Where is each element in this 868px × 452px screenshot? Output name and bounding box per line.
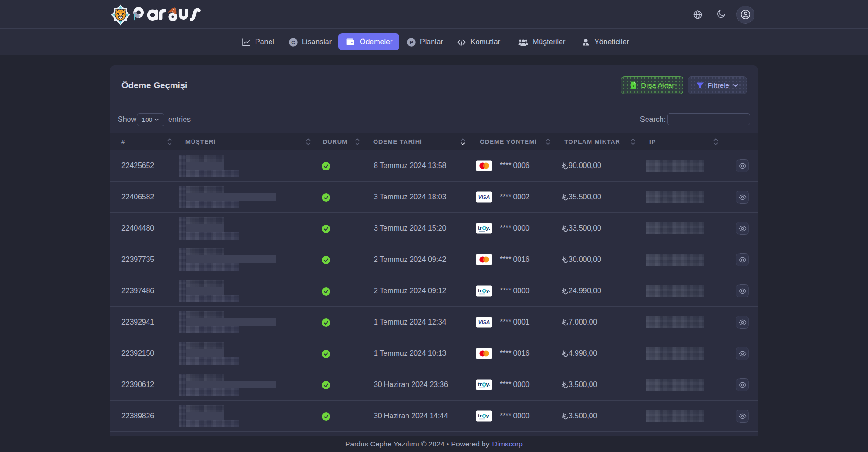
svg-text:y.: y. — [486, 225, 490, 231]
svg-text:tr: tr — [478, 381, 482, 387]
svg-text:C: C — [291, 39, 295, 45]
svg-text:y.: y. — [486, 288, 490, 293]
svg-text:y.: y. — [486, 381, 490, 387]
svg-text:y.: y. — [486, 413, 490, 418]
svg-text:tr: tr — [478, 288, 482, 293]
svg-text:tr: tr — [478, 225, 482, 231]
svg-text:P: P — [410, 39, 413, 45]
svg-text:VISA: VISA — [478, 194, 490, 200]
svg-text:VISA: VISA — [478, 319, 490, 325]
svg-text:tr: tr — [478, 413, 482, 418]
svg-text:x: x — [633, 84, 635, 88]
